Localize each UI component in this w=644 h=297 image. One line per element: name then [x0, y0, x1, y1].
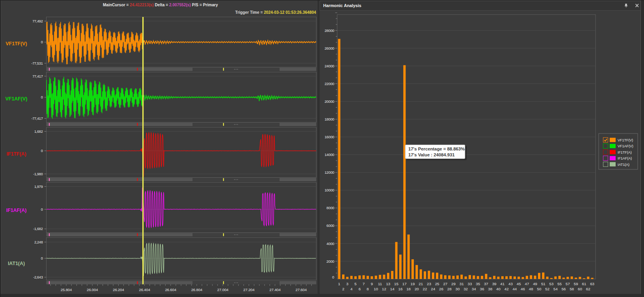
svg-text:28: 28 — [447, 287, 452, 291]
svg-text:26.204: 26.204 — [113, 288, 124, 292]
svg-text:55: 55 — [557, 282, 562, 286]
svg-text:26000: 26000 — [324, 46, 334, 50]
svg-text:47: 47 — [525, 282, 529, 286]
svg-text:58: 58 — [570, 287, 574, 291]
svg-text:27.404: 27.404 — [270, 288, 281, 292]
svg-text:14: 14 — [390, 287, 395, 291]
svg-text:25.804: 25.804 — [61, 288, 72, 292]
svg-text:45: 45 — [517, 282, 521, 286]
svg-text:24: 24 — [431, 287, 435, 291]
svg-text:4: 4 — [350, 287, 353, 291]
svg-text:27.204: 27.204 — [243, 288, 255, 292]
svg-text:0: 0 — [41, 40, 43, 44]
svg-text:5: 5 — [354, 282, 357, 286]
svg-text:20000: 20000 — [324, 99, 334, 104]
svg-text:VF1AF(V): VF1AF(V) — [6, 96, 28, 102]
svg-text:IF1AF(A): IF1AF(A) — [618, 156, 632, 160]
svg-text:24000: 24000 — [324, 64, 334, 68]
svg-text:44: 44 — [512, 287, 517, 291]
svg-text:35: 35 — [476, 282, 480, 286]
svg-text:11: 11 — [378, 282, 382, 286]
svg-text:23: 23 — [427, 282, 431, 286]
svg-text:1: 1 — [338, 282, 340, 286]
svg-text:19: 19 — [411, 282, 415, 286]
svg-text:2000: 2000 — [326, 259, 334, 264]
svg-text:0: 0 — [332, 275, 334, 279]
svg-text:IF1TF(A): IF1TF(A) — [618, 150, 632, 154]
svg-text:17's Value : 24084.931: 17's Value : 24084.931 — [408, 152, 455, 157]
svg-text:0: 0 — [41, 208, 43, 212]
svg-text:7: 7 — [363, 282, 365, 286]
svg-text:36: 36 — [480, 287, 484, 291]
svg-text:16: 16 — [398, 287, 402, 291]
svg-text:28000: 28000 — [324, 28, 334, 33]
svg-text:VF1TF(V): VF1TF(V) — [618, 138, 633, 142]
svg-text:22: 22 — [423, 287, 427, 291]
svg-text:27.604: 27.604 — [296, 288, 307, 292]
svg-text:57: 57 — [566, 282, 570, 286]
svg-text:VF1AF(V): VF1AF(V) — [618, 144, 633, 148]
svg-text:0: 0 — [41, 149, 43, 153]
svg-text:6000: 6000 — [326, 223, 334, 228]
svg-text:Harmonic Analysis: Harmonic Analysis — [323, 3, 361, 8]
svg-text:25: 25 — [435, 282, 439, 286]
svg-text:40: 40 — [496, 287, 501, 291]
svg-text:1,979: 1,979 — [34, 185, 43, 189]
svg-text:2,248: 2,248 — [34, 240, 43, 244]
svg-text:IF1AF(A): IF1AF(A) — [6, 208, 27, 213]
svg-text:-1,980: -1,980 — [33, 172, 43, 176]
svg-text:32: 32 — [463, 287, 468, 291]
svg-text:27.004: 27.004 — [217, 288, 229, 292]
svg-text:61: 61 — [582, 282, 586, 286]
svg-text:30: 30 — [455, 287, 460, 291]
svg-text:48: 48 — [529, 287, 533, 291]
svg-text:31: 31 — [460, 282, 464, 286]
svg-text:17's Percentage = 88.863%: 17's Percentage = 88.863% — [408, 147, 465, 151]
svg-text:37: 37 — [484, 282, 488, 286]
svg-text:13: 13 — [386, 282, 390, 286]
svg-text:27: 27 — [443, 282, 447, 286]
svg-text:3: 3 — [346, 282, 349, 286]
svg-text:62: 62 — [586, 287, 590, 291]
svg-text:43: 43 — [508, 282, 513, 286]
svg-text:8000: 8000 — [326, 206, 334, 210]
svg-text:21: 21 — [419, 282, 423, 286]
svg-text:14000: 14000 — [324, 152, 334, 157]
svg-text:9: 9 — [371, 282, 373, 286]
svg-text:VF1TF(V): VF1TF(V) — [6, 41, 27, 46]
svg-text:Trigger Time = 2024-03-12 01:5: Trigger Time = 2024-03-12 01:53:26.36480… — [235, 10, 316, 15]
svg-text:50: 50 — [537, 287, 542, 291]
svg-text:12000: 12000 — [324, 170, 334, 174]
svg-text:-77,417: -77,417 — [31, 117, 43, 121]
svg-text:26.404: 26.404 — [139, 288, 150, 292]
svg-text:22000: 22000 — [324, 82, 334, 86]
svg-text:0: 0 — [41, 95, 43, 99]
svg-text:41: 41 — [500, 282, 504, 286]
svg-text:26.004: 26.004 — [87, 288, 98, 292]
svg-text:15: 15 — [394, 282, 398, 286]
svg-text:38: 38 — [488, 287, 492, 291]
svg-text:60: 60 — [578, 287, 582, 291]
svg-text:56: 56 — [562, 287, 566, 291]
svg-text:53: 53 — [549, 282, 554, 286]
svg-text:10000: 10000 — [324, 188, 334, 192]
svg-text:77,492: 77,492 — [32, 19, 43, 23]
svg-text:8: 8 — [367, 287, 369, 291]
svg-text:18000: 18000 — [324, 117, 334, 121]
svg-text:10: 10 — [374, 287, 378, 291]
svg-text:20: 20 — [415, 287, 419, 291]
svg-text:MainCursor = 24.412213(s) Delt: MainCursor = 24.412213(s) Delta = 2.0075… — [103, 3, 218, 7]
svg-text:2: 2 — [342, 287, 344, 291]
svg-text:-77,531: -77,531 — [31, 61, 43, 65]
svg-text:6: 6 — [359, 287, 361, 291]
svg-text:18: 18 — [406, 287, 411, 291]
svg-text:49: 49 — [533, 282, 537, 286]
svg-text:54: 54 — [553, 287, 558, 291]
svg-text:IAT1(A): IAT1(A) — [618, 163, 629, 167]
svg-text:IAT1(A): IAT1(A) — [8, 261, 25, 266]
svg-text:26.604: 26.604 — [165, 288, 177, 292]
svg-text:46: 46 — [521, 287, 525, 291]
svg-text:4000: 4000 — [326, 241, 334, 246]
svg-text:77,417: 77,417 — [32, 74, 43, 78]
svg-text:26.804: 26.804 — [191, 288, 203, 292]
